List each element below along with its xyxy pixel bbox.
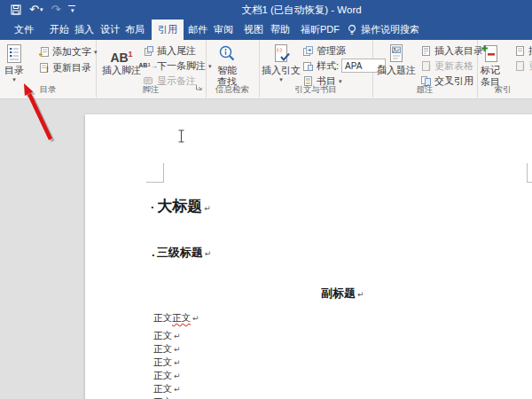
body-line[interactable]: 正文↵ — [153, 330, 181, 342]
mark-entry-icon — [480, 43, 501, 65]
redo-icon: ↷ — [51, 0, 60, 20]
window-title: 文档1 (已自动恢复) - Word — [241, 0, 361, 20]
heading1-text: 大标题 — [157, 198, 202, 215]
ribbon-references: 目录 ▾ 添加文字 ▾ — [0, 40, 532, 99]
toc-button-label: 目录 — [4, 65, 24, 76]
body-line[interactable]: 正文↵ — [153, 370, 181, 382]
subtitle-text: 副标题 — [321, 286, 356, 300]
body-text: 正文 — [153, 356, 172, 367]
insert-index-label: 插入索引 — [528, 44, 532, 58]
undo-button[interactable]: ↶ ▾ — [29, 0, 43, 20]
insert-caption-icon — [387, 43, 406, 65]
insert-caption-label: 插入题注 — [377, 65, 416, 76]
quick-access-toolbar: ↶ ▾ ↷ ▾ — [11, 0, 75, 20]
paragraph-mark: ↵ — [174, 372, 181, 380]
heading3-line[interactable]: .三级标题↵ — [152, 245, 211, 261]
next-footnote-button[interactable]: AB1→ 下一条脚注 ▾ — [142, 59, 212, 73]
tab-layout[interactable]: 布局 — [121, 20, 148, 40]
update-table-icon: ! — [419, 60, 432, 72]
group-toc: 目录 ▾ 添加文字 ▾ — [0, 40, 97, 98]
next-footnote-icon: AB1→ — [142, 62, 154, 70]
body-line[interactable]: 正文↵ — [153, 356, 181, 369]
insert-endnote-label: 插入尾注 — [157, 44, 196, 58]
word-window: ↶ ▾ ↷ ▾ 文档1 (已自动恢复) - Word 文件 开始 插入 设计 布… — [0, 0, 532, 399]
subtitle-line[interactable]: 副标题↵ — [321, 286, 364, 301]
insert-index-icon — [513, 45, 526, 57]
mark-entry-label-1: 标记 — [481, 65, 500, 76]
tab-references[interactable]: 引用 — [152, 20, 184, 40]
svg-text:!: ! — [522, 63, 525, 72]
tab-home[interactable]: 开始 — [46, 20, 73, 40]
heading3-text: 三级标题 — [157, 246, 203, 259]
update-toc-button[interactable]: ! 更新目录 — [37, 60, 91, 74]
body-text: 正文 — [153, 370, 172, 380]
toc-icon — [4, 43, 24, 65]
paragraph-mark: ↵ — [357, 290, 364, 299]
manage-sources-button[interactable]: 管理源 — [301, 43, 346, 58]
tab-help[interactable]: 帮助 — [267, 20, 293, 40]
group-label-toc: 目录 — [0, 84, 96, 96]
margin-mark-top-left — [146, 163, 164, 183]
manage-sources-label: 管理源 — [317, 44, 346, 58]
group-footnotes: AB1 插入脚注 插入尾注 AB1→ 下一条脚注 ▾ — [96, 40, 207, 98]
insert-tof-label: 插入表目录 — [434, 44, 483, 58]
insert-index-button[interactable]: 插入索引 — [513, 43, 532, 58]
customize-icon: ▾ — [68, 5, 75, 14]
tab-mailings[interactable]: 邮件 — [184, 20, 211, 40]
style-label: 样式: — [317, 59, 339, 73]
tab-file[interactable]: 文件 — [7, 20, 41, 40]
document-page[interactable]: ·大标题↵ .三级标题↵ 副标题↵ 正文正文↵ 正文↵ 正文↵ 正文↵ 正文↵ … — [85, 114, 532, 399]
chevron-down-icon: ▾ — [279, 76, 283, 82]
tab-insert[interactable]: 插入 — [71, 20, 98, 40]
misspelled-text: 正文 — [172, 312, 191, 323]
paragraph-mark: ↵ — [174, 358, 181, 367]
tab-view[interactable]: 视图 — [240, 20, 267, 40]
add-text-button[interactable]: 添加文字 ▾ — [37, 44, 98, 59]
smart-lookup-label-1: 智能 — [217, 65, 237, 76]
group-label-index: 索引 — [477, 84, 528, 96]
add-text-label: 添加文字 — [52, 45, 91, 59]
group-label-captions: 题注 — [372, 84, 477, 96]
body-line[interactable]: 正文↵ — [153, 383, 181, 395]
save-icon — [11, 4, 21, 15]
group-label-research: 信息检索 — [206, 84, 259, 96]
text-cursor-icon — [177, 129, 185, 146]
paragraph-mark: ↵ — [174, 385, 181, 394]
body-text: 正文 — [153, 312, 172, 323]
mark-entry-button[interactable]: 标记 条目 — [480, 43, 501, 88]
update-index-button: ! 更新索引 — [513, 59, 532, 73]
body-line[interactable]: 正文↵ — [153, 343, 181, 356]
insert-tof-button[interactable]: 插入表目录 — [419, 43, 483, 58]
insert-tof-icon — [419, 45, 432, 57]
tab-review[interactable]: 审阅 — [210, 20, 237, 40]
body-text: 正文 — [153, 383, 172, 394]
insert-citation-button[interactable]: (-) 插入引文 ▾ — [262, 43, 301, 82]
margin-mark-top-right — [527, 163, 532, 183]
update-toc-label: 更新目录 — [52, 61, 91, 74]
tab-foxit-pdf[interactable]: 福昕PDF — [295, 20, 345, 40]
insert-footnote-icon: AB1 — [110, 43, 132, 65]
update-table-button: ! 更新表格 — [419, 59, 473, 73]
body-text: 正文 — [153, 330, 172, 340]
body-line[interactable]: 正文正文↵ — [153, 312, 200, 325]
qat-customize-button[interactable]: ▾ — [68, 0, 75, 20]
toc-button[interactable]: 目录 ▾ — [4, 43, 24, 82]
update-toc-icon: ! — [37, 62, 50, 74]
svg-text:(-): (-) — [277, 47, 282, 52]
title-bar: ↶ ▾ ↷ ▾ 文档1 (已自动恢复) - Word — [0, 0, 532, 20]
tell-me-search[interactable]: 操作说明搜索 — [348, 20, 419, 40]
tell-me-label: 操作说明搜索 — [361, 23, 419, 36]
redo-button[interactable]: ↷ — [51, 0, 60, 20]
heading1-line[interactable]: ·大标题↵ — [151, 196, 211, 216]
insert-caption-button[interactable]: 插入题注 — [377, 43, 416, 76]
smart-lookup-button[interactable]: 智能 查找 — [217, 43, 237, 88]
body-text: 正文 — [153, 343, 172, 354]
insert-endnote-button[interactable]: 插入尾注 — [142, 43, 196, 58]
ribbon-tab-bar: 文件 开始 插入 设计 布局 引用 邮件 审阅 视图 帮助 福昕PDF 操作说明… — [0, 20, 532, 40]
manage-sources-icon — [301, 45, 314, 57]
save-button[interactable] — [11, 0, 21, 20]
paragraph-mark: ↵ — [174, 345, 181, 354]
tab-design[interactable]: 设计 — [97, 20, 123, 40]
insert-footnote-button[interactable]: AB1 插入脚注 — [102, 43, 141, 76]
smart-lookup-icon — [217, 43, 237, 65]
